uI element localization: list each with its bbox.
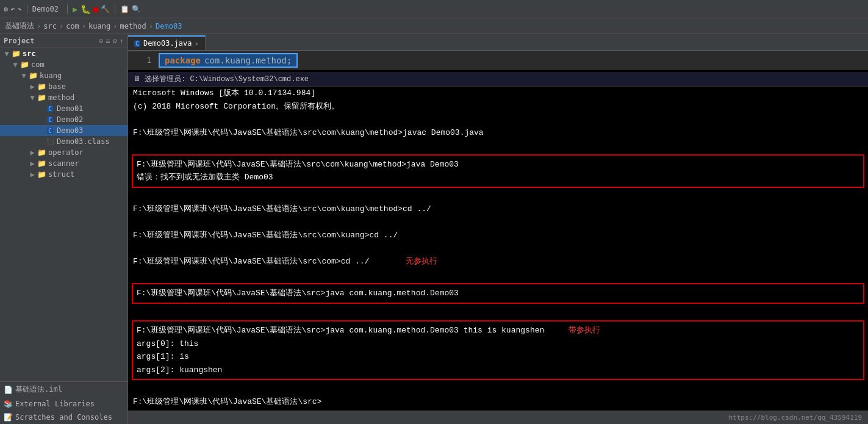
sidebar-item-iml[interactable]: 📄 基础语法.iml — [0, 382, 127, 397]
tree-label-scanner: scanner — [48, 159, 79, 168]
scratches-label: Scratches and Consoles — [15, 413, 112, 422]
tab-bar: C Demo03.java ✕ — [128, 34, 868, 51]
tree-arrow-base: ▶ — [28, 82, 37, 91]
console-wrapper: 🖥 选择管理员: C:\Windows\System32\cmd.exe Mic… — [128, 70, 868, 411]
box3-line3: args[1]: is — [137, 350, 859, 364]
tree-item-operator[interactable]: ▶ 📁 operator — [0, 147, 127, 158]
tree-item-demo02[interactable]: C Demo02 — [0, 114, 127, 125]
code-highlight-box: package com.kuang.method; — [159, 53, 298, 68]
tree-label-demo03class: Demo03.class — [57, 137, 110, 146]
tree-item-base[interactable]: ▶ 📁 base — [0, 81, 127, 92]
cd3-text: F:\班级管理\网课班\代码\JavaSE\基础语法\src\com>cd ..… — [133, 256, 369, 268]
run-button[interactable]: ▶ — [73, 4, 77, 14]
iml-label: 基础语法.iml — [15, 384, 62, 395]
stop-button[interactable]: ■ — [93, 4, 98, 14]
console-line-3 — [128, 113, 868, 126]
folder-icon-method: 📁 — [37, 93, 46, 102]
build-button[interactable]: 🔨 — [101, 5, 110, 13]
breadcrumb-root[interactable]: 基础语法 — [5, 21, 34, 31]
console-line-4: F:\班级管理\网课班\代码\JavaSE\基础语法\src\com\kuang… — [128, 126, 868, 140]
iml-icon: 📄 — [4, 386, 13, 394]
console-titlebar: 🖥 选择管理员: C:\Windows\System32\cmd.exe — [128, 72, 868, 87]
sidebar-header: Project ⊕ ≡ ⚙ ↑ — [0, 34, 127, 48]
sidebar-icon3[interactable]: ⚙ — [113, 37, 117, 45]
tree-item-method[interactable]: ▼ 📁 method — [0, 92, 127, 103]
gap4 — [128, 268, 868, 282]
sidebar-icon1[interactable]: ⊕ — [99, 37, 103, 45]
tree-item-kuang[interactable]: ▼ 📁 kuang — [0, 70, 127, 81]
tree-label-demo01: Demo01 — [57, 104, 83, 113]
tab-demo03[interactable]: C Demo03.java ✕ — [128, 35, 206, 50]
box3-line1: F:\班级管理\网课班\代码\JavaSE\基础语法\src>java com.… — [137, 324, 859, 337]
project-dropdown[interactable]: Demo02 — [32, 5, 59, 13]
folder-icon-base: 📁 — [37, 82, 46, 91]
sidebar-icon2[interactable]: ≡ — [106, 37, 110, 45]
tree-label-operator: operator — [48, 148, 84, 157]
box1-line2: 错误：找不到或无法加载主类 Demo03 — [137, 171, 859, 184]
console-area[interactable]: 🖥 选择管理员: C:\Windows\System32\cmd.exe Mic… — [128, 70, 868, 411]
line-number: 1 — [133, 56, 151, 65]
tree-item-scanner[interactable]: ▶ 📁 scanner — [0, 158, 127, 169]
annotation-noarg: 无参执行 — [406, 256, 437, 268]
tree-label-struct: struct — [48, 170, 74, 179]
java-icon-demo02: C — [45, 115, 55, 124]
tree-arrow-kuang: ▼ — [20, 71, 28, 80]
breadcrumb-kuang[interactable]: kuang — [88, 22, 110, 31]
debug-button[interactable]: 🐛 — [81, 4, 91, 14]
java-icon-demo01: C — [45, 104, 55, 113]
sidebar-bottom: 📄 基础语法.iml 📚 External Libraries 📝 Scratc… — [0, 381, 127, 424]
console-line-7: F:\班级管理\网课班\代码\JavaSE\基础语法\src\com\kuang… — [128, 229, 868, 242]
breadcrumb: 基础语法 › src › com › kuang › method › Demo… — [0, 18, 868, 34]
tab-java-icon: C — [134, 39, 140, 48]
console-titlebar-text: 选择管理员: C:\Windows\System32\cmd.exe — [145, 75, 309, 84]
folder-icon-src: 📁 — [11, 49, 21, 58]
sep1 — [27, 4, 27, 14]
breadcrumb-src[interactable]: src — [43, 22, 57, 31]
tree-label-com: com — [31, 60, 45, 69]
tree-item-demo03class[interactable]: ⬛ Demo03.class — [0, 136, 127, 147]
tree-item-demo01[interactable]: C Demo01 — [0, 103, 127, 114]
error-box: F:\班级管理\网课班\代码\JavaSE\基础语法\src\com\kuang… — [132, 154, 864, 188]
console-line-1: Microsoft Windows [版本 10.0.17134.984] — [128, 87, 868, 100]
sidebar-title: Project — [4, 37, 35, 45]
sidebar-item-scratches[interactable]: 📝 Scratches and Consoles — [0, 411, 127, 424]
main-layout: Project ⊕ ≡ ⚙ ↑ ▼ 📁 src ▼ 📁 com — [0, 34, 868, 424]
sidebar-item-extlibs[interactable]: 📚 External Libraries — [0, 397, 127, 411]
editor-line: 1 package com.kuang.method; — [128, 51, 868, 70]
gap2 — [128, 216, 868, 229]
tree-label-demo02: Demo02 — [57, 115, 83, 124]
run-noarg-box: F:\班级管理\网课班\代码\JavaSE\基础语法\src>java com.… — [132, 283, 864, 304]
sidebar-toolbar: ⊕ ≡ ⚙ ↑ — [99, 37, 124, 45]
tree-arrow-scanner: ▶ — [28, 159, 37, 168]
console-titlebar-icon: 🖥 — [133, 75, 140, 84]
tree-arrow-operator: ▶ — [28, 148, 37, 157]
tree-label-method: method — [48, 93, 74, 102]
breadcrumb-com[interactable]: com — [66, 22, 79, 31]
tree-arrow-com: ▼ — [11, 60, 20, 69]
breadcrumb-demo03[interactable]: Demo03 — [156, 22, 182, 31]
tree-arrow-src: ▼ — [2, 49, 11, 58]
toolbar-icon3: ↷ — [17, 5, 21, 13]
sidebar-icon4[interactable]: ↑ — [120, 37, 124, 45]
toolbar-icon4: 📋 — [120, 5, 129, 13]
tree-item-struct[interactable]: ▶ 📁 struct — [0, 169, 127, 180]
gap6 — [128, 382, 868, 395]
console-line-8: F:\班级管理\网课班\代码\JavaSE\基础语法\src\com>cd ..… — [128, 255, 868, 268]
box3-line4: args[2]: kuangshen — [137, 364, 859, 377]
breadcrumb-method[interactable]: method — [120, 22, 146, 31]
java-icon-demo03: C — [45, 126, 55, 135]
sep2 — [67, 4, 68, 14]
tree-label-src: src — [23, 49, 36, 58]
tree-item-com[interactable]: ▼ 📁 com — [0, 59, 127, 70]
annotation-witharg: 带参执行 — [569, 325, 600, 337]
gap5 — [128, 306, 868, 319]
tree-item-demo03[interactable]: C Demo03 — [0, 125, 127, 136]
tree-item-src[interactable]: ▼ 📁 src — [0, 48, 127, 59]
extlibs-icon: 📚 — [4, 400, 13, 408]
class-icon-demo03: ⬛ — [45, 138, 55, 145]
toolbar-icon5: 🔍 — [132, 5, 141, 13]
tab-close-icon[interactable]: ✕ — [195, 40, 199, 47]
scratches-icon: 📝 — [4, 413, 13, 422]
tree-label-demo03: Demo03 — [57, 126, 83, 135]
gap3 — [128, 242, 868, 256]
